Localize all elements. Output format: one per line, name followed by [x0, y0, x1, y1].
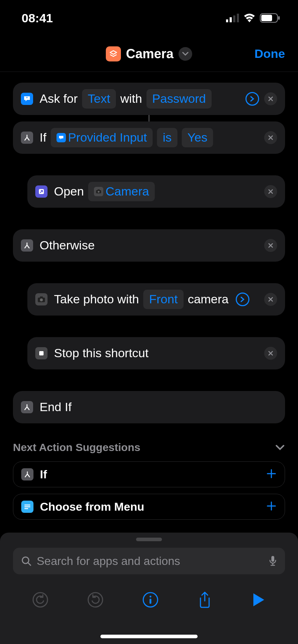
- action-text: End If: [40, 398, 72, 416]
- wifi-icon: [243, 14, 256, 22]
- svg-rect-14: [40, 296, 43, 298]
- if-icon: [21, 468, 33, 480]
- svg-point-21: [33, 593, 48, 607]
- status-time: 08:41: [22, 11, 53, 25]
- svg-rect-15: [39, 351, 44, 355]
- delete-action-button[interactable]: [264, 92, 277, 105]
- run-button[interactable]: [251, 592, 266, 609]
- svg-rect-18: [24, 508, 28, 509]
- action-text: with: [120, 90, 142, 107]
- action-text: Take photo with: [54, 290, 139, 308]
- share-button[interactable]: [198, 591, 212, 610]
- ask-icon: +: [21, 93, 33, 105]
- svg-point-10: [98, 191, 100, 193]
- svg-text:+: +: [26, 96, 28, 100]
- action-otherwise[interactable]: Otherwise: [13, 229, 285, 262]
- undo-button[interactable]: [32, 592, 48, 609]
- svg-point-24: [149, 596, 151, 598]
- svg-rect-16: [24, 505, 30, 506]
- svg-rect-20: [271, 556, 274, 562]
- svg-rect-0: [226, 19, 228, 22]
- param-prompt[interactable]: Password: [146, 89, 212, 108]
- done-button[interactable]: Done: [254, 47, 285, 61]
- action-text: Ask for: [40, 90, 78, 107]
- title-dropdown[interactable]: [179, 47, 192, 61]
- action-text: Stop this shortcut: [54, 344, 149, 362]
- param-text-type[interactable]: Text: [82, 89, 116, 108]
- expand-button[interactable]: [236, 293, 249, 306]
- param-variable[interactable]: Provided Input: [51, 128, 153, 147]
- search-box[interactable]: [13, 548, 285, 574]
- param-value[interactable]: Yes: [182, 128, 213, 147]
- delete-action-button[interactable]: [264, 347, 277, 360]
- svg-point-13: [40, 299, 43, 302]
- action-if[interactable]: If Provided Input is Yes: [13, 121, 285, 154]
- otherwise-icon: [21, 239, 33, 252]
- info-button[interactable]: [142, 592, 159, 610]
- battery-icon: [260, 13, 280, 23]
- shortcut-title[interactable]: Camera: [126, 46, 173, 61]
- action-text: Open: [54, 183, 84, 200]
- stop-icon: [35, 347, 48, 359]
- search-input[interactable]: [37, 555, 263, 568]
- svg-rect-1: [230, 17, 232, 22]
- suggestions-heading: Next Action Suggestions: [13, 441, 140, 454]
- action-ask-for-input[interactable]: + Ask for Text with Password: [13, 83, 285, 115]
- camera-app-icon: [94, 187, 103, 196]
- svg-rect-5: [261, 15, 272, 21]
- suggestion-label: Choose from Menu: [40, 500, 144, 514]
- open-app-icon: [35, 185, 48, 198]
- sheet-grabber[interactable]: [136, 538, 162, 541]
- camera-icon: [35, 293, 48, 305]
- suggestion-choose-menu[interactable]: Choose from Menu: [13, 494, 285, 520]
- bottom-sheet[interactable]: [0, 533, 298, 644]
- if-icon: [21, 132, 33, 144]
- svg-rect-3: [237, 14, 239, 22]
- expand-button[interactable]: [245, 92, 259, 106]
- delete-action-button[interactable]: [264, 293, 277, 306]
- param-condition[interactable]: is: [157, 128, 177, 147]
- delete-action-button[interactable]: [264, 185, 277, 198]
- action-text: Otherwise: [40, 236, 95, 254]
- param-camera[interactable]: Front: [143, 290, 183, 309]
- svg-rect-25: [149, 599, 151, 604]
- status-icons: [226, 13, 280, 23]
- svg-rect-11: [98, 189, 100, 190]
- add-suggestion-button[interactable]: [266, 501, 277, 513]
- microphone-icon[interactable]: [268, 555, 277, 567]
- delete-action-button[interactable]: [264, 131, 277, 144]
- param-app[interactable]: Camera: [88, 182, 155, 201]
- svg-rect-2: [233, 15, 235, 22]
- redo-button[interactable]: [87, 592, 103, 609]
- suggestion-if[interactable]: If: [13, 461, 285, 487]
- action-stop-shortcut[interactable]: Stop this shortcut: [27, 337, 285, 369]
- shortcut-app-icon: [106, 46, 121, 61]
- cellular-icon: [226, 14, 239, 22]
- action-end-if[interactable]: End If: [13, 391, 285, 423]
- action-text: If: [40, 129, 46, 146]
- menu-icon: [21, 501, 33, 513]
- collapse-suggestions-icon[interactable]: [275, 444, 285, 451]
- action-open-app[interactable]: Open Camera: [27, 175, 285, 208]
- search-icon: [21, 556, 32, 566]
- home-indicator[interactable]: [100, 635, 198, 638]
- action-take-photo[interactable]: Take photo with Front camera: [27, 283, 285, 316]
- end-if-icon: [21, 401, 33, 413]
- suggestion-label: If: [40, 468, 47, 481]
- variable-icon: [57, 133, 66, 142]
- action-text: camera: [188, 290, 229, 308]
- svg-point-22: [88, 593, 103, 607]
- delete-action-button[interactable]: [264, 239, 277, 252]
- svg-rect-17: [24, 506, 30, 507]
- svg-rect-6: [278, 16, 280, 20]
- add-suggestion-button[interactable]: [266, 468, 277, 480]
